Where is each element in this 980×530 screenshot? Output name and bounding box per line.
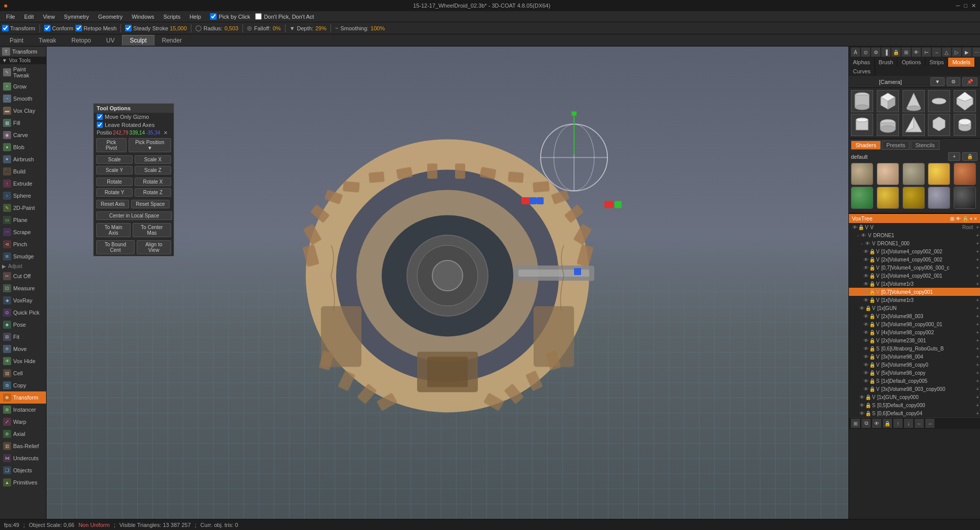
vt-vol98-003[interactable]: 👁 🔒 V [2x]Volume98_003 + <box>849 312 980 320</box>
right-tab-curves[interactable]: Curves <box>849 67 875 76</box>
sym-icon[interactable]: ⊢ <box>922 48 931 57</box>
vt-vol98-copy000[interactable]: 👁 🔒 V [3x]Volume98_copy000_01 + <box>849 320 980 328</box>
tab-tweak[interactable]: Tweak <box>31 35 64 46</box>
tool-blob[interactable]: ● Blob <box>0 141 46 153</box>
rotate-y-btn[interactable]: Rotate Y <box>96 188 133 197</box>
strip-icon[interactable]: ▐ <box>881 48 890 57</box>
menu-symmetry[interactable]: Symmetry <box>60 13 93 21</box>
tool-fit[interactable]: ⊞ Fit <box>0 331 46 343</box>
retopo-mesh-checkbox[interactable] <box>75 25 82 31</box>
right-tab-strips[interactable]: Strips <box>925 58 948 67</box>
tab-render[interactable]: Render <box>154 35 189 46</box>
triangle-icon[interactable]: △ <box>942 48 951 57</box>
model-prism[interactable] <box>903 114 925 136</box>
rotate-btn[interactable]: Rotate <box>96 178 133 186</box>
voxtree-root[interactable]: 👁 🔒 V V Root + <box>849 223 980 231</box>
scale-z-btn[interactable]: Scale Z <box>135 166 171 174</box>
vt-vol238-001[interactable]: 👁 🔒 V [2x]Volume238_001 + <box>849 336 980 344</box>
tool-carve[interactable]: ◉ Carve <box>0 129 46 141</box>
shader-item-9[interactable] <box>928 187 950 209</box>
center-local-btn[interactable]: Center in Local Space <box>96 211 172 220</box>
vt-arrow-up-btn[interactable]: ↑ <box>893 419 903 428</box>
arrow-icon[interactable]: → <box>932 48 941 57</box>
maximize-button[interactable]: □ <box>964 3 967 9</box>
conform-checkbox[interactable] <box>44 25 51 31</box>
scale-x-btn[interactable]: Scale X <box>135 155 171 164</box>
tool-airbrush[interactable]: ✦ Airbrush <box>0 153 46 165</box>
vt-vol1r3-2[interactable]: 👁 🔒 V [1x]Volume1r3 + <box>849 296 980 304</box>
vt-vol98-003-copy000[interactable]: 👁 🔒 V [3x]Volume98_003_copy000 + <box>849 385 980 393</box>
tool-voxray[interactable]: ◈ VoxRay <box>0 294 46 306</box>
pick-pivot-btn[interactable]: Pick Pivot <box>96 138 127 152</box>
model-capsule[interactable] <box>954 114 976 136</box>
dont-pick-checkbox[interactable] <box>255 13 262 20</box>
vt-ultraborg[interactable]: 👁 🔒 S [0,6]Ultraborg_RoboGuts_B + <box>849 344 980 352</box>
panel-pin-btn[interactable]: 📌 <box>962 77 977 86</box>
to-bound-cent-btn[interactable]: To Bound Cent <box>96 240 135 254</box>
tab-sculpt[interactable]: Sculpt <box>122 35 154 46</box>
reset-space-btn[interactable]: Reset Space <box>131 200 169 208</box>
reset-axis-btn[interactable]: Reset Axis <box>96 200 129 208</box>
right-tab-options[interactable]: Options <box>897 58 925 67</box>
leave-rotated-axes-checkbox[interactable] <box>97 122 103 128</box>
tool-move[interactable]: ✛ Move <box>0 343 46 355</box>
lock-icon[interactable]: 🔒 <box>891 48 901 57</box>
to-main-axis-btn[interactable]: To Main Axis <box>96 223 131 237</box>
vt-drone1-000[interactable]: - 👁 V DRONE1_000 + <box>849 239 980 247</box>
pos-close-btn[interactable]: ✕ <box>164 130 168 136</box>
vt-default-copy000[interactable]: 👁 🔒 S [0,5]Default_copy000 + <box>849 401 980 409</box>
menu-scripts[interactable]: Scripts <box>159 13 185 21</box>
viewport[interactable]: Tool Options Move Only Gizmo Leave Rotat… <box>47 47 848 519</box>
tool-objects[interactable]: ❑ Objects <box>0 464 46 476</box>
grid-icon[interactable]: ⊞ <box>902 48 911 57</box>
options-icon[interactable]: ⚙ <box>871 48 880 57</box>
shader-item-6[interactable] <box>851 187 873 209</box>
move-only-gizmo-checkbox[interactable] <box>97 114 103 120</box>
vt-arrow-right-btn[interactable]: → <box>925 419 934 428</box>
tab-paint[interactable]: Paint <box>2 35 31 46</box>
vt-lock-btn[interactable]: 🔒 <box>883 419 892 428</box>
model-hex[interactable] <box>928 114 950 136</box>
voxtree-add-root[interactable]: + <box>976 225 979 230</box>
tool-cell[interactable]: ▤ Cell <box>0 367 46 379</box>
right-tab-alphas[interactable]: Alphas <box>849 58 875 67</box>
steady-stroke-checkbox[interactable] <box>125 25 132 31</box>
vt-vol4-copy002-001[interactable]: 👁 🔒 V [1x]Volume4_copy002_001 + <box>849 272 980 280</box>
tool-bas-relief[interactable]: ▥ Bas-Relief <box>0 440 46 452</box>
tool-sphere[interactable]: ○ Sphere <box>0 190 46 202</box>
to-center-mas-btn[interactable]: To Center Mas <box>133 223 171 237</box>
vt-default-copy005[interactable]: 👁 🔒 S [1x]Default_copy005 + <box>849 377 980 385</box>
transform-checkbox[interactable] <box>2 25 9 31</box>
vt-eye-btn[interactable]: 👁 <box>872 419 881 428</box>
panel-settings-btn[interactable]: ⚙ <box>947 77 960 86</box>
shader-add-btn[interactable]: + <box>948 152 960 161</box>
pick-by-click-checkbox[interactable] <box>210 13 217 20</box>
tool-pinch[interactable]: ⊲ Pinch <box>0 238 46 250</box>
tool-copy[interactable]: ⧉ Copy <box>0 379 46 391</box>
tool-2d-paint[interactable]: ✎ 2D-Paint <box>0 202 46 214</box>
vt-vol4-copy006[interactable]: 👁 🔒 V [0,7]Volume4_copy006_000_c + <box>849 263 980 272</box>
vt-vol4-copy001[interactable]: 👁 🔒 V [0,7]Volume4_copy001 + <box>849 288 980 296</box>
shader-lock-btn[interactable]: 🔒 <box>962 152 977 161</box>
menu-file[interactable]: File <box>2 13 19 21</box>
tool-pose[interactable]: ☻ Pose <box>0 319 46 331</box>
tab-uv[interactable]: UV <box>99 35 123 46</box>
model-diamond[interactable] <box>954 90 976 112</box>
tool-warp[interactable]: ⤢ Warp <box>0 416 46 428</box>
menu-geometry[interactable]: Geometry <box>94 13 127 21</box>
vt-duplicate-btn[interactable]: ⧉ <box>862 419 871 428</box>
scale-y-btn[interactable]: Scale Y <box>96 166 133 174</box>
eye-icon-root[interactable]: 👁 <box>852 225 858 230</box>
tool-vox-hide[interactable]: 👁 Vox Hide <box>0 355 46 367</box>
shader-item-8[interactable] <box>903 187 925 209</box>
vt-vol98-copy0[interactable]: 👁 🔒 V [5x]Volume98_copy0 + <box>849 361 980 369</box>
vox-tools-header[interactable]: ▼ Vox Tools <box>0 57 46 64</box>
tool-build[interactable]: ⬛ Build <box>0 165 46 178</box>
rotate-x-btn[interactable]: Rotate X <box>135 178 171 186</box>
tool-plane[interactable]: ▭ Plane <box>0 214 46 226</box>
model-cone[interactable] <box>903 90 925 112</box>
tool-grow[interactable]: + Grow <box>0 80 46 93</box>
lock-icon-root[interactable]: 🔒 <box>858 225 863 230</box>
model-wide-cylinder[interactable] <box>877 114 899 136</box>
tool-extrude[interactable]: ↑ Extrude <box>0 178 46 190</box>
